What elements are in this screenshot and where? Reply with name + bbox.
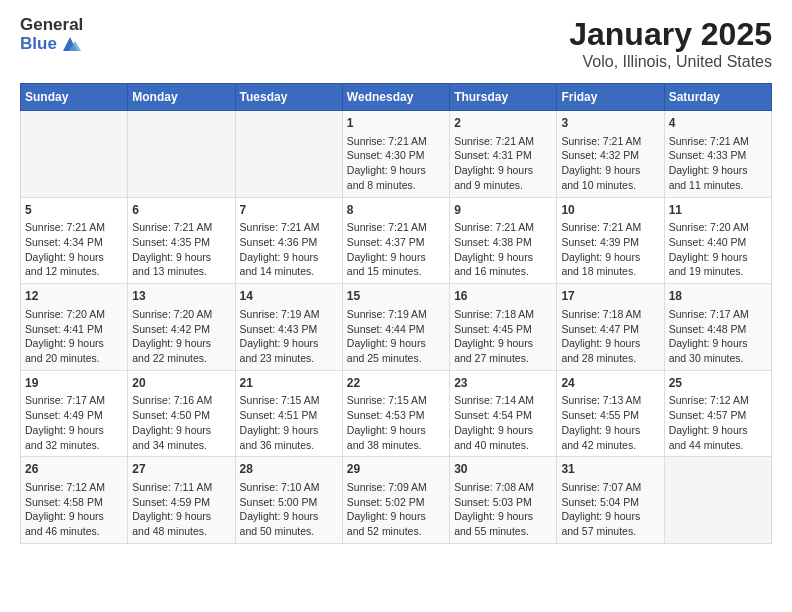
day-info: Sunrise: 7:21 AM xyxy=(240,220,338,235)
calendar-cell xyxy=(235,111,342,198)
day-info: Sunset: 4:37 PM xyxy=(347,235,445,250)
day-number: 14 xyxy=(240,288,338,305)
day-info: Daylight: 9 hours and 36 minutes. xyxy=(240,423,338,452)
calendar-cell: 7Sunrise: 7:21 AMSunset: 4:36 PMDaylight… xyxy=(235,197,342,284)
day-info: Sunrise: 7:12 AM xyxy=(669,393,767,408)
day-info: Daylight: 9 hours and 32 minutes. xyxy=(25,423,123,452)
day-info: Sunset: 4:59 PM xyxy=(132,495,230,510)
calendar-cell: 6Sunrise: 7:21 AMSunset: 4:35 PMDaylight… xyxy=(128,197,235,284)
calendar-cell xyxy=(664,457,771,544)
day-info: Sunrise: 7:20 AM xyxy=(25,307,123,322)
day-info: Daylight: 9 hours and 38 minutes. xyxy=(347,423,445,452)
day-number: 3 xyxy=(561,115,659,132)
day-info: Daylight: 9 hours and 11 minutes. xyxy=(669,163,767,192)
day-number: 17 xyxy=(561,288,659,305)
day-info: Sunrise: 7:10 AM xyxy=(240,480,338,495)
day-number: 2 xyxy=(454,115,552,132)
day-info: Daylight: 9 hours and 18 minutes. xyxy=(561,250,659,279)
calendar-cell: 10Sunrise: 7:21 AMSunset: 4:39 PMDayligh… xyxy=(557,197,664,284)
day-number: 29 xyxy=(347,461,445,478)
logo-icon xyxy=(59,35,81,53)
day-info: Sunset: 4:55 PM xyxy=(561,408,659,423)
day-info: Daylight: 9 hours and 14 minutes. xyxy=(240,250,338,279)
calendar-cell: 24Sunrise: 7:13 AMSunset: 4:55 PMDayligh… xyxy=(557,370,664,457)
day-info: Daylight: 9 hours and 16 minutes. xyxy=(454,250,552,279)
day-number: 13 xyxy=(132,288,230,305)
day-info: Sunrise: 7:21 AM xyxy=(669,134,767,149)
day-info: Sunrise: 7:21 AM xyxy=(561,220,659,235)
day-info: Sunrise: 7:21 AM xyxy=(454,220,552,235)
day-number: 5 xyxy=(25,202,123,219)
day-info: Daylight: 9 hours and 9 minutes. xyxy=(454,163,552,192)
day-number: 11 xyxy=(669,202,767,219)
day-number: 12 xyxy=(25,288,123,305)
day-info: Sunset: 4:35 PM xyxy=(132,235,230,250)
day-info: Sunset: 4:30 PM xyxy=(347,148,445,163)
calendar-cell: 29Sunrise: 7:09 AMSunset: 5:02 PMDayligh… xyxy=(342,457,449,544)
day-info: Sunrise: 7:12 AM xyxy=(25,480,123,495)
calendar-header-thursday: Thursday xyxy=(450,84,557,111)
day-number: 9 xyxy=(454,202,552,219)
day-info: Sunset: 4:36 PM xyxy=(240,235,338,250)
day-number: 10 xyxy=(561,202,659,219)
calendar-cell: 17Sunrise: 7:18 AMSunset: 4:47 PMDayligh… xyxy=(557,284,664,371)
day-number: 4 xyxy=(669,115,767,132)
logo: General Blue xyxy=(20,16,83,53)
day-info: Daylight: 9 hours and 8 minutes. xyxy=(347,163,445,192)
page-subtitle: Volo, Illinois, United States xyxy=(569,53,772,71)
calendar-cell: 23Sunrise: 7:14 AMSunset: 4:54 PMDayligh… xyxy=(450,370,557,457)
day-info: Sunrise: 7:13 AM xyxy=(561,393,659,408)
calendar-cell: 5Sunrise: 7:21 AMSunset: 4:34 PMDaylight… xyxy=(21,197,128,284)
day-info: Sunset: 4:38 PM xyxy=(454,235,552,250)
day-info: Sunrise: 7:21 AM xyxy=(25,220,123,235)
day-number: 23 xyxy=(454,375,552,392)
day-info: Daylight: 9 hours and 57 minutes. xyxy=(561,509,659,538)
calendar-header-row: SundayMondayTuesdayWednesdayThursdayFrid… xyxy=(21,84,772,111)
calendar-cell: 30Sunrise: 7:08 AMSunset: 5:03 PMDayligh… xyxy=(450,457,557,544)
day-number: 8 xyxy=(347,202,445,219)
logo-general: General xyxy=(20,16,83,35)
day-info: Daylight: 9 hours and 55 minutes. xyxy=(454,509,552,538)
day-info: Daylight: 9 hours and 50 minutes. xyxy=(240,509,338,538)
calendar-cell: 26Sunrise: 7:12 AMSunset: 4:58 PMDayligh… xyxy=(21,457,128,544)
day-number: 31 xyxy=(561,461,659,478)
calendar-cell: 4Sunrise: 7:21 AMSunset: 4:33 PMDaylight… xyxy=(664,111,771,198)
day-info: Sunrise: 7:21 AM xyxy=(454,134,552,149)
day-number: 21 xyxy=(240,375,338,392)
day-info: Sunrise: 7:15 AM xyxy=(347,393,445,408)
calendar-cell: 21Sunrise: 7:15 AMSunset: 4:51 PMDayligh… xyxy=(235,370,342,457)
calendar-cell: 9Sunrise: 7:21 AMSunset: 4:38 PMDaylight… xyxy=(450,197,557,284)
day-info: Sunset: 4:51 PM xyxy=(240,408,338,423)
day-info: Daylight: 9 hours and 15 minutes. xyxy=(347,250,445,279)
day-info: Sunrise: 7:18 AM xyxy=(454,307,552,322)
calendar-cell: 8Sunrise: 7:21 AMSunset: 4:37 PMDaylight… xyxy=(342,197,449,284)
day-number: 6 xyxy=(132,202,230,219)
calendar-week-row: 19Sunrise: 7:17 AMSunset: 4:49 PMDayligh… xyxy=(21,370,772,457)
day-number: 26 xyxy=(25,461,123,478)
day-number: 7 xyxy=(240,202,338,219)
day-number: 30 xyxy=(454,461,552,478)
day-info: Daylight: 9 hours and 42 minutes. xyxy=(561,423,659,452)
calendar-week-row: 1Sunrise: 7:21 AMSunset: 4:30 PMDaylight… xyxy=(21,111,772,198)
day-info: Sunset: 4:43 PM xyxy=(240,322,338,337)
calendar-cell: 27Sunrise: 7:11 AMSunset: 4:59 PMDayligh… xyxy=(128,457,235,544)
day-info: Sunset: 4:31 PM xyxy=(454,148,552,163)
day-info: Sunrise: 7:15 AM xyxy=(240,393,338,408)
day-info: Sunset: 4:41 PM xyxy=(25,322,123,337)
day-info: Sunrise: 7:19 AM xyxy=(240,307,338,322)
day-info: Sunrise: 7:20 AM xyxy=(132,307,230,322)
calendar-header-friday: Friday xyxy=(557,84,664,111)
calendar-cell: 20Sunrise: 7:16 AMSunset: 4:50 PMDayligh… xyxy=(128,370,235,457)
title-block: January 2025 Volo, Illinois, United Stat… xyxy=(569,16,772,71)
day-info: Daylight: 9 hours and 19 minutes. xyxy=(669,250,767,279)
day-info: Sunrise: 7:07 AM xyxy=(561,480,659,495)
calendar-cell: 19Sunrise: 7:17 AMSunset: 4:49 PMDayligh… xyxy=(21,370,128,457)
day-number: 16 xyxy=(454,288,552,305)
day-info: Sunrise: 7:17 AM xyxy=(25,393,123,408)
day-info: Daylight: 9 hours and 46 minutes. xyxy=(25,509,123,538)
day-info: Sunrise: 7:14 AM xyxy=(454,393,552,408)
day-info: Daylight: 9 hours and 40 minutes. xyxy=(454,423,552,452)
calendar-cell: 14Sunrise: 7:19 AMSunset: 4:43 PMDayligh… xyxy=(235,284,342,371)
calendar-week-row: 12Sunrise: 7:20 AMSunset: 4:41 PMDayligh… xyxy=(21,284,772,371)
calendar-header-saturday: Saturday xyxy=(664,84,771,111)
